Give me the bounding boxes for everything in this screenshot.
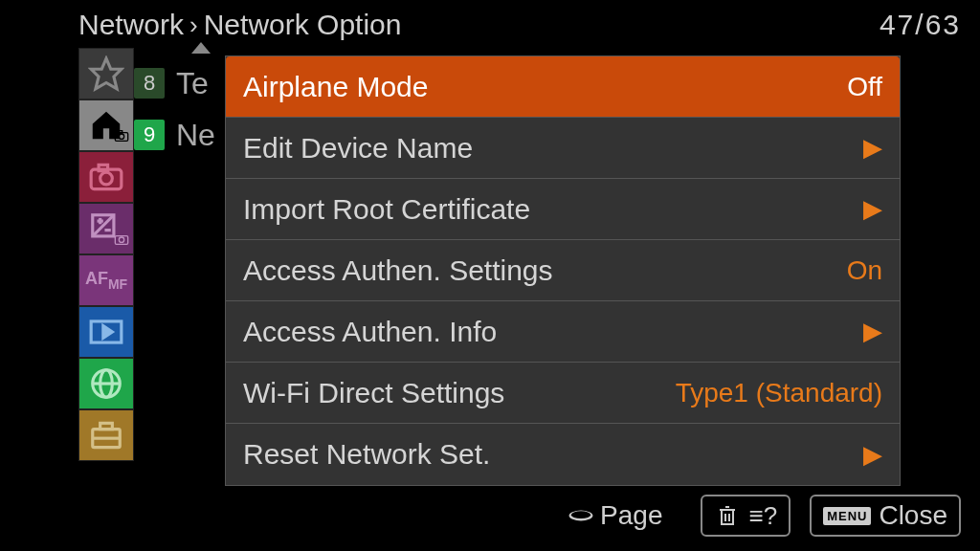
menu-item-access-authen-settings[interactable]: Access Authen. Settings On xyxy=(226,240,900,301)
svg-line-8 xyxy=(93,215,114,236)
scroll-up-indicator xyxy=(191,42,211,54)
menu-item-value: Type1 (Standard) xyxy=(676,378,882,408)
afmf-icon: AFMF xyxy=(85,270,127,291)
svg-point-23 xyxy=(571,511,590,518)
crumb-network-option: Network Option xyxy=(204,9,402,41)
globe-icon xyxy=(88,365,124,402)
chevron-right-icon: ▶ xyxy=(863,194,882,224)
bg-item-8-label: Te xyxy=(176,66,209,101)
star-icon xyxy=(88,55,124,92)
svg-point-5 xyxy=(100,172,113,185)
svg-rect-20 xyxy=(100,423,113,429)
tab-favorites[interactable] xyxy=(78,48,134,99)
trash-icon xyxy=(714,504,741,527)
tab-setup[interactable] xyxy=(78,409,134,461)
badge-9: 9 xyxy=(134,120,165,150)
tab-focus[interactable]: AFMF xyxy=(78,254,134,306)
chevron-right-icon: ▶ xyxy=(863,317,882,346)
briefcase-icon xyxy=(88,417,124,453)
close-button[interactable]: MENU Close xyxy=(810,495,961,537)
camera-badge-icon xyxy=(114,232,129,250)
chevron-right-icon: › xyxy=(189,11,198,40)
tab-exposure[interactable] xyxy=(78,203,134,254)
page-counter: 47/63 xyxy=(880,9,961,41)
camera-icon xyxy=(88,159,124,195)
svg-rect-24 xyxy=(722,510,733,524)
chevron-right-icon: ▶ xyxy=(863,133,882,163)
menu-item-value: On xyxy=(847,255,882,286)
menu-item-edit-device-name[interactable]: Edit Device Name ▶ xyxy=(226,118,900,179)
chevron-right-icon: ▶ xyxy=(863,440,882,470)
help-button[interactable]: ≡? xyxy=(701,495,791,537)
badge-8: 8 xyxy=(134,68,165,99)
help-icon: ≡? xyxy=(748,501,777,531)
tab-shooting[interactable] xyxy=(78,151,134,203)
tab-network[interactable] xyxy=(78,358,134,409)
page-control[interactable]: Page xyxy=(568,500,662,531)
menu-item-reset-network[interactable]: Reset Network Set. ▶ xyxy=(226,424,900,485)
menu-item-label: Wi-Fi Direct Settings xyxy=(243,377,676,409)
close-label: Close xyxy=(879,500,947,531)
category-rail: AFMF xyxy=(78,48,134,461)
svg-marker-15 xyxy=(103,326,113,339)
svg-point-13 xyxy=(119,237,123,242)
menu-item-import-root-cert[interactable]: Import Root Certificate ▶ xyxy=(226,179,900,240)
menu-item-label: Access Authen. Info xyxy=(243,316,856,348)
menu-item-wifi-direct-settings[interactable]: Wi-Fi Direct Settings Type1 (Standard) xyxy=(226,363,900,424)
svg-point-2 xyxy=(119,134,123,139)
tab-main[interactable] xyxy=(78,99,134,151)
menu-item-label: Airplane Mode xyxy=(243,71,847,103)
menu-panel: Airplane Mode Off Edit Device Name ▶ Imp… xyxy=(225,55,901,486)
footer-bar: Page ≡? MENU Close xyxy=(78,492,961,540)
wheel-icon xyxy=(568,504,594,527)
menu-item-label: Edit Device Name xyxy=(243,132,856,165)
menu-item-label: Reset Network Set. xyxy=(243,438,856,471)
page-label: Page xyxy=(600,500,662,531)
svg-marker-0 xyxy=(91,58,122,89)
menu-chip: MENU xyxy=(823,507,871,525)
menu-item-label: Access Authen. Settings xyxy=(243,254,847,287)
menu-item-label: Import Root Certificate xyxy=(243,193,856,226)
breadcrumb: Network › Network Option 47/63 xyxy=(78,8,961,42)
menu-item-access-authen-info[interactable]: Access Authen. Info ▶ xyxy=(226,301,900,363)
bg-item-9-label: Ne xyxy=(176,118,215,153)
crumb-network: Network xyxy=(78,9,184,41)
tab-playback[interactable] xyxy=(78,306,134,358)
camera-badge-icon xyxy=(114,129,129,146)
playback-icon xyxy=(88,314,124,350)
menu-item-value: Off xyxy=(847,72,882,102)
menu-item-airplane-mode[interactable]: Airplane Mode Off xyxy=(226,56,900,118)
